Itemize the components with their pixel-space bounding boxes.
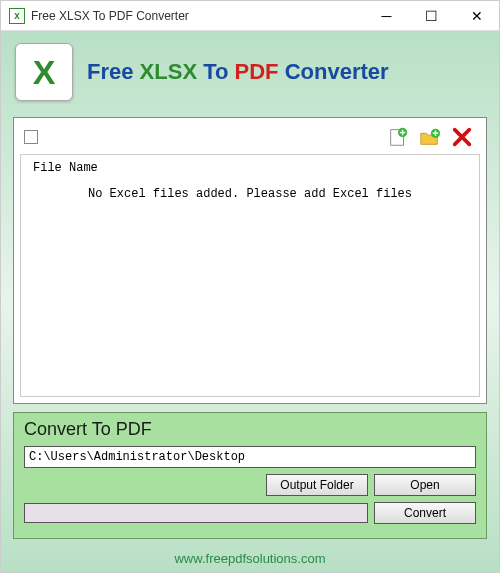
add-folder-icon <box>418 126 442 148</box>
convert-panel: Convert To PDF Output Folder Open Conver… <box>13 412 487 539</box>
output-row <box>24 446 476 468</box>
open-button[interactable]: Open <box>374 474 476 496</box>
convert-button[interactable]: Convert <box>374 502 476 524</box>
window-controls: ─ ☐ ✕ <box>364 1 499 30</box>
titlebar: x Free XLSX To PDF Converter ─ ☐ ✕ <box>1 1 499 31</box>
file-toolbar <box>20 124 480 154</box>
column-header-filename: File Name <box>29 159 471 181</box>
remove-button[interactable] <box>448 126 476 148</box>
file-panel: File Name No Excel files added. Pleasse … <box>13 117 487 404</box>
add-file-icon <box>386 126 410 148</box>
output-path-input[interactable] <box>24 446 476 468</box>
empty-message: No Excel files added. Pleasse add Excel … <box>29 181 471 201</box>
progress-bar <box>24 503 368 523</box>
maximize-button[interactable]: ☐ <box>409 1 454 30</box>
output-folder-button[interactable]: Output Folder <box>266 474 368 496</box>
add-file-button[interactable] <box>384 126 412 148</box>
select-all-checkbox[interactable] <box>24 130 38 144</box>
minimize-button[interactable]: ─ <box>364 1 409 30</box>
app-title: Free XLSX To PDF Converter <box>87 59 389 85</box>
file-list[interactable]: File Name No Excel files added. Pleasse … <box>20 154 480 397</box>
output-buttons-row: Output Folder Open <box>24 474 476 496</box>
logo-letter: X <box>33 53 56 92</box>
remove-icon <box>450 126 474 148</box>
app-icon-letter: x <box>14 10 20 21</box>
footer-link[interactable]: www.freepdfsolutions.com <box>5 547 495 568</box>
window-title: Free XLSX To PDF Converter <box>31 9 364 23</box>
close-button[interactable]: ✕ <box>454 1 499 30</box>
app-icon: x <box>9 8 25 24</box>
add-folder-button[interactable] <box>416 126 444 148</box>
progress-row: Convert <box>24 502 476 524</box>
convert-panel-title: Convert To PDF <box>24 419 476 446</box>
logo: X <box>15 43 73 101</box>
header: X Free XLSX To PDF Converter <box>5 35 495 113</box>
app-window: x Free XLSX To PDF Converter ─ ☐ ✕ X Fre… <box>0 0 500 573</box>
client-area: X Free XLSX To PDF Converter File <box>1 31 499 572</box>
